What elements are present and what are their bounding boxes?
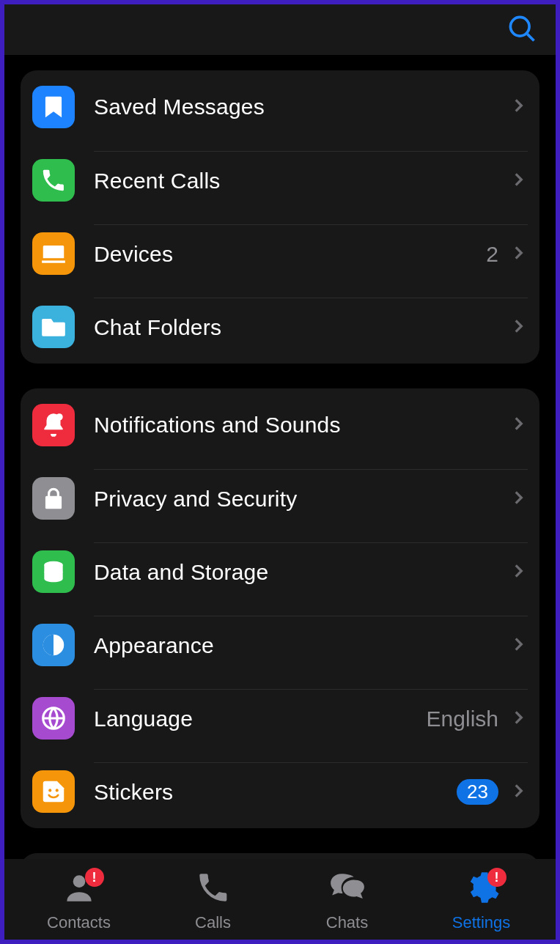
row-label: Language <box>94 707 427 731</box>
phone-icon <box>32 159 75 202</box>
search-button[interactable] <box>506 12 538 48</box>
row-appearance[interactable]: Appearance <box>21 608 539 682</box>
row-data-storage[interactable]: Data and Storage <box>21 535 539 608</box>
folder-icon <box>32 306 75 348</box>
chevron-right-icon <box>509 488 528 510</box>
row-label: Data and Storage <box>94 560 509 585</box>
alert-badge: ! <box>85 868 104 887</box>
row-devices[interactable]: Devices2 <box>21 217 539 290</box>
row-value: 2 <box>486 242 498 267</box>
chats-icon <box>329 869 366 906</box>
row-label: Saved Messages <box>94 95 509 119</box>
lock-icon <box>32 477 75 520</box>
tab-bar: !ContactsCallsChats!Settings <box>4 859 556 940</box>
alert-badge: ! <box>487 868 506 887</box>
row-label: Chat Folders <box>94 315 509 340</box>
row-label: Recent Calls <box>94 169 509 193</box>
bookmark-icon <box>32 86 75 128</box>
tab-label: Contacts <box>47 913 111 932</box>
tab-settings[interactable]: !Settings <box>414 869 548 932</box>
chevron-right-icon <box>509 170 528 192</box>
tab-calls[interactable]: Calls <box>146 869 280 932</box>
svg-point-2 <box>56 413 63 421</box>
settings-group: Ask a QuestionTelegram FAQTelegram Featu… <box>21 853 539 859</box>
svg-point-7 <box>56 789 59 792</box>
row-notifications[interactable]: Notifications and Sounds <box>21 388 539 462</box>
row-stickers[interactable]: Stickers23 <box>21 755 539 828</box>
globe-icon <box>32 697 75 740</box>
sticker-icon <box>32 770 75 813</box>
storage-icon <box>32 550 75 593</box>
row-badge: 23 <box>457 779 498 805</box>
phone-icon <box>195 869 232 906</box>
tab-chats[interactable]: Chats <box>280 869 414 932</box>
row-label: Stickers <box>94 780 457 805</box>
row-language[interactable]: LanguageEnglish <box>21 682 539 755</box>
chevron-right-icon <box>509 781 528 803</box>
chevron-right-icon <box>509 243 528 265</box>
contrast-icon <box>32 624 75 666</box>
phone-frame: Saved MessagesRecent CallsDevices2Chat F… <box>0 0 560 944</box>
row-chat-folders[interactable]: Chat Folders <box>21 290 539 364</box>
row-label: Devices <box>94 242 486 267</box>
row-saved-messages[interactable]: Saved Messages <box>21 70 539 144</box>
svg-point-0 <box>510 17 529 36</box>
tab-contacts[interactable]: !Contacts <box>12 869 146 932</box>
chevron-right-icon <box>509 414 528 436</box>
row-label: Notifications and Sounds <box>94 413 509 438</box>
row-ask-question[interactable]: Ask a Question <box>21 853 539 859</box>
row-label: Privacy and Security <box>94 487 509 512</box>
laptop-icon <box>32 232 75 275</box>
settings-group: Notifications and SoundsPrivacy and Secu… <box>21 388 539 828</box>
svg-line-1 <box>527 34 534 40</box>
chevron-right-icon <box>509 635 528 657</box>
settings-list[interactable]: Saved MessagesRecent CallsDevices2Chat F… <box>4 56 556 859</box>
row-label: Appearance <box>94 633 509 658</box>
search-icon <box>506 12 538 45</box>
top-bar <box>4 4 556 56</box>
row-recent-calls[interactable]: Recent Calls <box>21 144 539 217</box>
svg-point-6 <box>48 789 51 792</box>
chevron-right-icon <box>509 561 528 583</box>
bell-icon <box>32 404 75 446</box>
row-value: English <box>427 707 498 731</box>
row-privacy[interactable]: Privacy and Security <box>21 462 539 535</box>
settings-group: Saved MessagesRecent CallsDevices2Chat F… <box>21 70 539 364</box>
tab-label: Settings <box>452 913 511 932</box>
tab-label: Chats <box>326 913 368 932</box>
chevron-right-icon <box>509 708 528 730</box>
screen: Saved MessagesRecent CallsDevices2Chat F… <box>4 4 556 940</box>
tab-label: Calls <box>195 913 231 932</box>
svg-point-13 <box>73 875 85 888</box>
chevron-right-icon <box>509 317 528 339</box>
chevron-right-icon <box>509 96 528 118</box>
